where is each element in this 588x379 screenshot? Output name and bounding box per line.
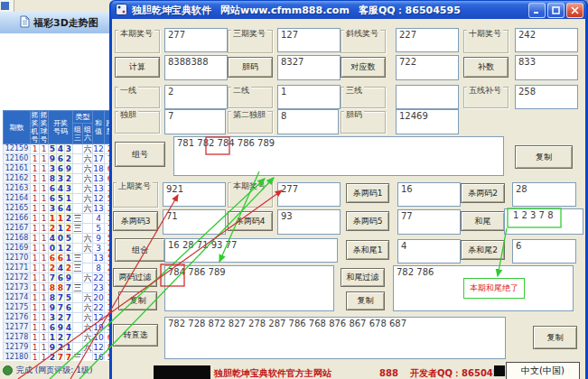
table-row: 1216211832六136	[4, 174, 116, 184]
two-code-filter-button[interactable]: 两码过滤	[113, 268, 157, 287]
direct-result-field[interactable]: 782 728 872 827 278 287 786 768 876 867 …	[164, 317, 506, 359]
col-header-type: 类型	[73, 111, 93, 124]
table-row: 1217211769六223	[4, 273, 116, 283]
maximize-button[interactable]	[547, 3, 565, 18]
frame-line3: 三线	[341, 87, 386, 108]
corresponding-field[interactable]: 722	[396, 55, 459, 80]
line5-complement-field[interactable]: 258	[515, 85, 578, 109]
sum-tail-filter-button[interactable]: 和尾过滤	[341, 268, 385, 287]
combine-button[interactable]: 组合	[115, 238, 165, 262]
to-direct-button[interactable]: 转直选	[113, 324, 158, 347]
three-period-field[interactable]: 127	[277, 28, 341, 52]
col-header-ball: 摇奖球号	[40, 111, 49, 144]
table-row: 1217811127六106	[4, 333, 116, 343]
previous-number-field[interactable]: 921	[163, 182, 226, 207]
frame-single-dan: 独胆	[115, 111, 160, 134]
copy-two-code-button[interactable]: 复制	[118, 291, 157, 310]
corresponding-button[interactable]: 对应数	[341, 57, 386, 78]
frame-line5-complement: 五线补号	[463, 87, 509, 108]
copy-direct-button[interactable]: 复制	[533, 326, 577, 349]
frame-danma2: 胆码	[341, 111, 386, 134]
language-bar-handle[interactable]	[494, 365, 505, 376]
table-row: 1217011661三135	[4, 254, 116, 263]
kill-sum-tail-2-field[interactable]: 6	[512, 239, 576, 263]
kill-sum-tail-2-button[interactable]: 杀和尾2	[461, 240, 505, 260]
status-text: 完成 (网页评级: 1级)	[16, 365, 93, 376]
sum-tail-note: 本期和尾绝了	[463, 278, 525, 299]
table-row: 1216311643六133	[4, 184, 116, 194]
frame-diagonal-number: 斜线奖号	[341, 30, 386, 53]
table-row: 1216911012六32	[4, 244, 116, 254]
ten-period-field[interactable]: 242	[515, 28, 578, 52]
frame-line2: 二线	[228, 87, 273, 108]
footer-logo	[154, 365, 210, 379]
desktop: 福彩3D走势图 期数 摇奖机号 摇奖球号 开奖号码 类型 和值	[0, 0, 588, 379]
col-header-numbers: 开奖号码	[49, 111, 73, 144]
sum-tail-field[interactable]: 1 2 3 7 8	[504, 208, 583, 235]
calculate-button[interactable]: 计算	[115, 57, 160, 78]
table-row: 1216711212三51	[4, 224, 116, 234]
second-dan-field[interactable]: 8	[277, 109, 339, 134]
frame-current-number2: 本期奖号	[228, 182, 273, 208]
group-number-button[interactable]: 组号	[115, 142, 165, 167]
line2-field[interactable]: 1	[277, 85, 341, 109]
table-row: 1217311887三231	[4, 283, 116, 293]
kill-two-2-button[interactable]: 杀两码2	[461, 183, 505, 203]
line1-field[interactable]: 2	[164, 85, 228, 109]
kill-two-5-field[interactable]: 77	[397, 209, 461, 235]
table-row: 1217111242三82	[4, 263, 116, 273]
danma-field[interactable]: 8327	[277, 55, 341, 80]
kill-two-1-button[interactable]: 杀两码1	[346, 183, 389, 203]
kill-two-5-button[interactable]: 杀两码5	[346, 211, 389, 231]
table-row: 1217911921六128	[4, 343, 116, 353]
document-icon	[20, 14, 30, 32]
kill-two-4-field[interactable]: 93	[277, 209, 341, 235]
kill-two-4-button[interactable]: 杀两码4	[228, 211, 273, 231]
combine-field[interactable]: 16 28 71 93 77	[164, 238, 338, 263]
frame-three-period: 三期奖号	[228, 30, 273, 53]
main-title-qq: 客服QQ：86504595	[359, 4, 461, 17]
kill-two-3-button[interactable]: 杀两码3	[113, 211, 158, 231]
kill-two-3-field[interactable]: 71	[163, 209, 226, 235]
current-number-field[interactable]: 277	[164, 28, 228, 52]
frame-ten-period: 十期奖号	[463, 30, 509, 53]
kill-sum-tail-1-field[interactable]: 4	[397, 239, 461, 263]
current-number2-field[interactable]: 277	[277, 182, 341, 207]
frame-second-dan: 第二独胆	[228, 111, 273, 134]
table-row: 1217711694六195	[4, 323, 116, 333]
complement-field[interactable]: 833	[515, 55, 578, 80]
main-titlebar: 独胆乾坤宝典软件 网站www.cfmm888.com 客服QQ：86504595	[111, 1, 586, 19]
footer-site-text: 独胆乾坤宝典软件官方主网站	[214, 367, 331, 379]
col-header-group3: 组三	[73, 124, 83, 144]
copy-sum-tail-button[interactable]: 复制	[346, 291, 385, 310]
calculate-result-field[interactable]: 8388388	[164, 55, 228, 80]
main-title-site: 网站www.cfmm888.com	[220, 4, 350, 17]
table-row: 1217411875六203	[4, 293, 116, 303]
done-icon	[3, 365, 13, 375]
kill-sum-tail-1-button[interactable]: 杀和尾1	[346, 240, 389, 260]
close-button[interactable]	[566, 3, 583, 18]
sum-tail-button[interactable]: 和尾	[461, 211, 505, 231]
trend-window-title: 福彩3D走势图	[33, 16, 98, 30]
table-row: 1217511976六223	[4, 303, 116, 313]
complement-button[interactable]: 补数	[463, 57, 509, 78]
danma2-field[interactable]: 12469	[396, 109, 459, 134]
language-bar[interactable]: 中文(中国)	[506, 362, 580, 379]
diagonal-number-field[interactable]: 227	[396, 28, 459, 52]
table-row: 1216511364六133	[4, 204, 116, 214]
group-number-field[interactable]: 781 782 784 786 789	[173, 136, 504, 176]
line3-field[interactable]	[396, 85, 459, 109]
danma-button[interactable]: 胆码	[228, 57, 273, 78]
two-code-filter-field[interactable]: 784 786 789	[164, 265, 334, 311]
kill-two-1-field[interactable]: 16	[397, 182, 461, 207]
kill-two-2-field[interactable]: 28	[512, 182, 576, 207]
col-header-group6: 组六	[83, 124, 93, 144]
frame-current-number: 本期奖号	[115, 30, 160, 53]
table-row: 1215911543六122	[4, 144, 116, 154]
table-row: 1216411651六125	[4, 194, 116, 204]
minimize-button[interactable]	[528, 3, 546, 18]
trend-table: 期数 摇奖机号 摇奖球号 开奖号码 类型 和值 跨度 组三 组六 1215911…	[3, 110, 116, 373]
copy-group-button[interactable]: 复制	[515, 145, 573, 169]
app-icon	[116, 2, 127, 19]
single-dan-field[interactable]: 7	[164, 109, 226, 134]
